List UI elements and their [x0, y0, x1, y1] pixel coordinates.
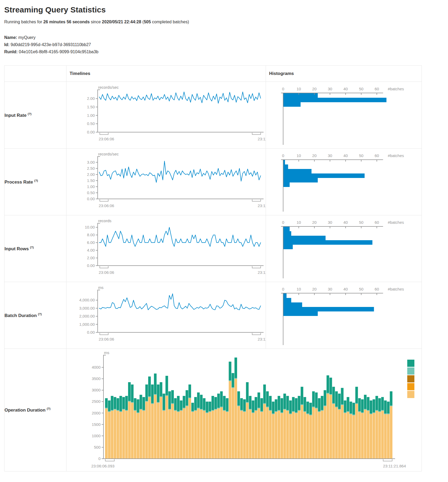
empty-header-cell: [4, 66, 66, 82]
batch-duration-label-cell: Batch Duration (?): [4, 282, 66, 349]
svg-text:3,000.00: 3,000.00: [79, 306, 95, 310]
svg-text:records/sec: records/sec: [98, 85, 119, 90]
svg-text:2,000.00: 2,000.00: [79, 314, 95, 318]
batch-duration-timeline-chart: ms0.001,000.002,000.003,000.004,000.0023…: [66, 282, 266, 349]
svg-text:0: 0: [282, 87, 284, 91]
svg-text:0.00: 0.00: [87, 197, 95, 201]
svg-text:ms: ms: [104, 350, 109, 355]
svg-text:10.00: 10.00: [85, 225, 95, 229]
summary-since: since: [90, 20, 102, 24]
summary-prefix: Running batches for: [4, 20, 43, 24]
input-rows-label-cell: Input Rows (?): [4, 215, 66, 282]
svg-text:8.00: 8.00: [87, 233, 95, 237]
operation-duration-row: Operation Duration (?) ms050010001500200…: [4, 349, 422, 471]
svg-text:60: 60: [375, 87, 379, 91]
process-rate-timeline-chart: records/sec0.000.501.001.502.002.503.002…: [66, 149, 266, 215]
svg-text:0: 0: [98, 456, 101, 461]
svg-text:23:06:06: 23:06:06: [99, 337, 114, 341]
input-rate-row: Input Rate (?) records/sec0.000.501.001.…: [4, 82, 422, 149]
operation-duration-label: Operation Duration: [4, 408, 46, 413]
process-rate-help-icon[interactable]: (?): [34, 179, 38, 182]
process-rate-label: Process Rate: [4, 179, 33, 184]
batch-duration-label: Batch Duration: [4, 313, 37, 318]
svg-text:1.00: 1.00: [87, 184, 95, 189]
process-rate-histogram-chart: 0102030405060#batches: [266, 149, 422, 215]
svg-text:2.50: 2.50: [87, 166, 95, 171]
query-runid-value: 04e101e6-8bf8-4165-9099-9104c951ba3b: [18, 50, 98, 54]
svg-text:23:11:21: 23:11:21: [258, 270, 266, 275]
svg-text:records/sec: records/sec: [98, 152, 119, 156]
svg-text:0.00: 0.00: [87, 330, 95, 334]
query-id-label: Id:: [4, 42, 10, 47]
svg-text:23:06:06: 23:06:06: [99, 137, 114, 141]
input-rows-histogram-chart: 0102030405060#batches: [266, 215, 422, 282]
svg-text:1,000.00: 1,000.00: [79, 322, 95, 327]
svg-text:30: 30: [328, 220, 332, 225]
svg-text:4.00: 4.00: [87, 248, 95, 252]
svg-text:40: 40: [343, 87, 348, 91]
operation-duration-label-cell: Operation Duration (?): [4, 349, 66, 471]
svg-text:60: 60: [375, 220, 379, 225]
svg-text:23:11:21.864: 23:11:21.864: [383, 464, 406, 468]
svg-text:1.00: 1.00: [87, 113, 95, 118]
svg-text:1500: 1500: [92, 422, 101, 427]
summary-paren: (: [141, 20, 144, 24]
svg-text:20: 20: [312, 153, 317, 158]
running-batches-summary: Running batches for 26 minutes 56 second…: [4, 20, 444, 24]
svg-text:3000: 3000: [92, 388, 101, 392]
svg-text:1.50: 1.50: [87, 178, 95, 183]
summary-start-time: 2020/05/21 22:44:28: [102, 20, 141, 24]
input-rate-label-cell: Input Rate (?): [4, 82, 66, 149]
svg-text:30: 30: [328, 153, 332, 158]
query-id-line: Id: 9d0dd219-995d-423e-b97d-36931110bb27: [4, 41, 444, 48]
batch-duration-help-icon[interactable]: (?): [38, 313, 42, 316]
svg-text:#batches: #batches: [388, 87, 404, 91]
input-rate-timeline-chart: records/sec0.000.501.001.502.0023:06:062…: [66, 82, 266, 149]
input-rate-histogram-chart: 0102030405060#batches: [266, 82, 422, 149]
svg-text:2500: 2500: [92, 399, 101, 404]
svg-text:50: 50: [359, 287, 364, 291]
svg-text:50: 50: [359, 220, 364, 225]
svg-text:60: 60: [375, 153, 379, 158]
svg-text:4,000.00: 4,000.00: [79, 298, 95, 302]
query-id-value: 9d0dd219-995d-423e-b97d-36931110bb27: [10, 42, 91, 47]
svg-text:0.00: 0.00: [87, 263, 95, 268]
legend-swatch: [407, 368, 414, 375]
legend-swatch: [407, 391, 414, 398]
svg-text:1.50: 1.50: [87, 105, 95, 109]
page-title: Streaming Query Statistics: [4, 5, 444, 14]
input-rows-row: Input Rows (?) records0.002.004.006.008.…: [4, 215, 422, 282]
svg-text:10: 10: [297, 87, 301, 91]
svg-text:500: 500: [94, 445, 101, 449]
process-rate-label-cell: Process Rate (?): [4, 149, 66, 215]
svg-text:ms: ms: [98, 285, 103, 290]
svg-text:30: 30: [328, 87, 332, 91]
svg-text:10: 10: [297, 287, 301, 291]
table-header-row: Timelines Histograms: [4, 66, 422, 82]
svg-text:60: 60: [375, 287, 379, 291]
operation-duration-help-icon[interactable]: (?): [47, 407, 51, 410]
input-rows-help-icon[interactable]: (?): [30, 246, 34, 249]
summary-suffix: completed batches): [151, 20, 189, 24]
query-meta: Name: myQuery Id: 9d0dd219-995d-423e-b97…: [4, 34, 444, 55]
svg-text:10: 10: [297, 153, 301, 158]
svg-text:4000: 4000: [92, 365, 101, 369]
svg-text:20: 20: [312, 287, 317, 291]
svg-text:3.00: 3.00: [87, 160, 95, 164]
svg-text:0.00: 0.00: [87, 130, 95, 134]
svg-text:2000: 2000: [92, 411, 101, 415]
svg-text:records: records: [98, 218, 111, 223]
svg-text:40: 40: [343, 153, 348, 158]
histograms-header: Histograms: [266, 66, 422, 82]
input-rate-label: Input Rate: [4, 113, 26, 118]
summary-duration: 26 minutes 56 seconds: [43, 20, 90, 24]
svg-text:40: 40: [343, 287, 348, 291]
svg-text:#batches: #batches: [388, 153, 404, 158]
input-rate-help-icon[interactable]: (?): [28, 112, 31, 115]
streaming-query-statistics-page: Streaming Query Statistics Running batch…: [0, 0, 448, 475]
operation-duration-stacked-chart: ms0500100015002000250030003500400023:06:…: [66, 349, 422, 471]
svg-text:40: 40: [343, 220, 348, 225]
legend-swatch: [407, 375, 414, 382]
svg-text:2.00: 2.00: [87, 256, 95, 260]
input-rows-label: Input Rows: [4, 246, 29, 251]
